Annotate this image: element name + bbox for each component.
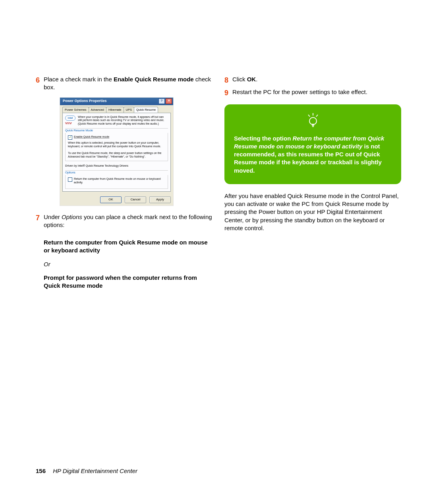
footer-title: HP Digital Entertainment Center	[53, 467, 137, 474]
tab-ups[interactable]: UPS	[124, 107, 134, 113]
option-a: Return the computer from Quick Resume mo…	[44, 239, 213, 255]
dialog-tabs: Power Schemes Advanced Hibernate UPS Qui…	[60, 105, 173, 113]
or-text: Or	[44, 260, 213, 268]
enable-quick-resume-checkbox[interactable]: ✓	[68, 135, 72, 140]
return-on-activity-checkbox[interactable]	[68, 177, 72, 182]
svg-line-1	[308, 115, 310, 117]
dialog-titlebar: Power Options Properties ? ✕	[60, 98, 173, 105]
option-b: Prompt for password when the computer re…	[44, 274, 213, 290]
enable-quick-resume-label: Enable Quick Resume mode	[74, 135, 109, 139]
right-column: 8 Click OK. 9 Restart the PC for the pow…	[224, 75, 401, 294]
step-number: 7	[36, 213, 44, 229]
return-on-activity-label: Return the computer from Quick Resume mo…	[74, 177, 165, 185]
step-number: 8	[224, 75, 232, 85]
close-icon[interactable]: ✕	[166, 98, 172, 104]
svg-line-2	[316, 115, 318, 117]
after-text: After you have enabled Quick Resume mode…	[224, 192, 401, 232]
step-text: Restart the PC for the power settings to…	[232, 88, 401, 98]
step-7: 7 Under Options you can place a check ma…	[36, 213, 213, 229]
svg-point-3	[309, 117, 317, 125]
lightbulb-icon	[305, 112, 321, 128]
intel-logos: intel VIIV	[65, 115, 75, 126]
tab-hibernate[interactable]: Hibernate	[106, 107, 124, 113]
help-icon[interactable]: ?	[158, 98, 165, 104]
group-quick-resume: Quick Resume Mode	[65, 129, 168, 132]
group1-desc1: When this option is selected, pressing t…	[68, 141, 165, 148]
group1-desc2: To use the Quick Resume mode, the sleep …	[68, 152, 165, 159]
dialog-intro: When your computer is in Quick Resume mo…	[78, 115, 168, 126]
driver-text: Driven by Intel® Quick Resume Technology…	[65, 164, 168, 168]
tab-advanced[interactable]: Advanced	[89, 107, 106, 113]
step-text: Under Options you can place a check mark…	[44, 213, 213, 229]
dialog-screenshot: Power Options Properties ? ✕ Power Schem…	[60, 97, 174, 206]
intel-logo-icon: intel	[65, 115, 75, 121]
dialog-title: Power Options Properties	[63, 98, 107, 103]
step-number: 6	[36, 75, 44, 92]
page-number: 156	[36, 467, 46, 474]
step-6: 6 Place a check mark in the Enable Quick…	[36, 75, 213, 92]
step-8: 8 Click OK.	[224, 75, 401, 85]
ok-button[interactable]: OK	[100, 196, 122, 203]
viiv-logo-icon: VIIV	[65, 121, 75, 125]
step-9: 9 Restart the PC for the power settings …	[224, 88, 401, 98]
warning-callout: Selecting the option Return the computer…	[224, 104, 401, 184]
tab-quick-resume[interactable]: Quick Resume	[134, 107, 158, 113]
step-number: 9	[224, 88, 232, 98]
tab-power-schemes[interactable]: Power Schemes	[62, 107, 89, 113]
left-column: 6 Place a check mark in the Enable Quick…	[36, 75, 213, 294]
step-text: Click OK.	[232, 75, 401, 85]
cancel-button[interactable]: Cancel	[125, 196, 146, 203]
apply-button[interactable]: Apply	[149, 196, 171, 203]
step-text: Place a check mark in the Enable Quick R…	[44, 75, 213, 92]
page-footer: 156 HP Digital Entertainment Center	[36, 467, 137, 474]
group-options: Options	[65, 171, 168, 174]
